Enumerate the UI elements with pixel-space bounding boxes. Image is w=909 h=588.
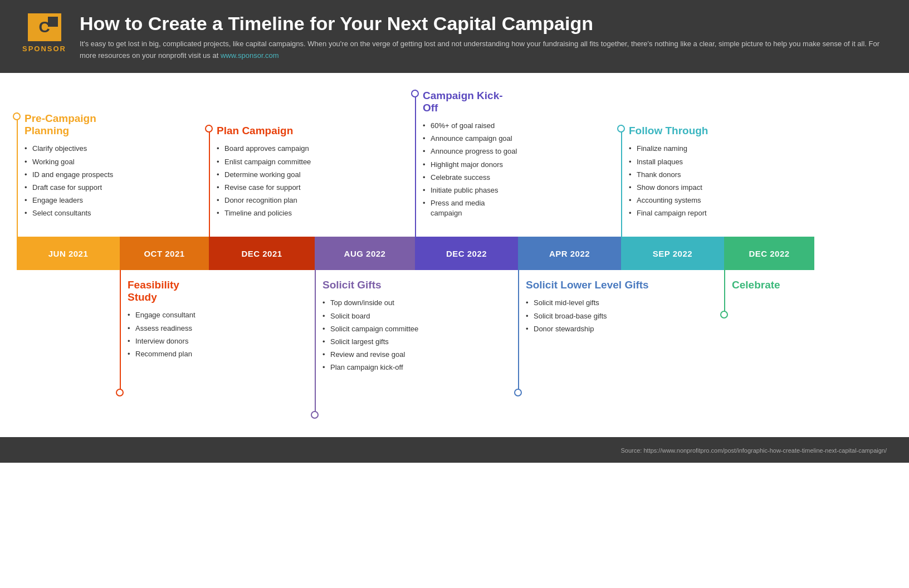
- logo-text: SPONSOR: [22, 45, 66, 53]
- list-item: Accounting systems: [629, 195, 724, 205]
- list-item: Draft case for support: [25, 183, 120, 193]
- section-solicit-gifts-title: Solicit Gifts: [322, 279, 518, 291]
- list-item: Announce progress to goal: [423, 146, 518, 156]
- list-item: Final campaign report: [629, 208, 724, 218]
- list-item: Top down/inside out: [322, 298, 518, 308]
- list-item: Determine working goal: [217, 170, 315, 180]
- logo-icon: C: [28, 13, 61, 41]
- bar-sep-2022: SEP 2022: [621, 237, 724, 270]
- bar-label-dec-2022-2: DEC 2022: [749, 249, 789, 258]
- list-item: Enlist campaign committee: [217, 157, 315, 167]
- spacer-aug: [315, 221, 415, 237]
- section-follow-through-title: Follow Through: [629, 125, 724, 137]
- list-item: 60%+ of goal raised: [423, 121, 518, 131]
- list-item: Recommend plan: [128, 349, 209, 359]
- list-item: Working goal: [25, 157, 120, 167]
- bar-label-jun-2021: JUN 2021: [48, 249, 89, 258]
- section-plan-campaign: Plan Campaign Board approves campaign En…: [209, 125, 315, 237]
- section-celebrate-title: Celebrate: [732, 279, 814, 291]
- list-item: Solicit largest gifts: [322, 337, 518, 347]
- list-item: Donor stewardship: [526, 324, 724, 334]
- list-item: Celebrate success: [423, 173, 518, 183]
- bar-aug-2022: AUG 2022: [315, 237, 415, 270]
- list-item: Assess readiness: [128, 324, 209, 334]
- section-celebrate: Celebrate: [724, 270, 814, 315]
- list-item: Select consultants: [25, 208, 120, 218]
- list-item: Donor recognition plan: [217, 195, 315, 205]
- list-item: Timeline and policies: [217, 208, 315, 218]
- list-item: Plan campaign kick-off: [322, 362, 518, 373]
- header-description: It's easy to get lost in big, complicate…: [80, 38, 887, 62]
- section-plan-campaign-list: Board approves campaign Enlist campaign …: [217, 144, 315, 218]
- footer: Source: https://www.nonprofitpro.com/pos…: [0, 437, 909, 463]
- bar-label-sep-2022: SEP 2022: [653, 249, 692, 258]
- page-title: How to Create a Timeline for Your Next C…: [80, 13, 887, 34]
- bar-label-apr-2022: APR 2022: [549, 249, 590, 258]
- list-item: Thank donors: [629, 170, 724, 180]
- bar-dec-2022-1: DEC 2022: [415, 237, 518, 270]
- list-item: Board approves campaign: [217, 144, 315, 154]
- list-item: Announce campaign goal: [423, 134, 518, 144]
- section-pre-campaign: Pre-Campaign Planning Clarify objectives…: [17, 112, 120, 237]
- header-desc-text: It's easy to get lost in big, complicate…: [80, 40, 879, 60]
- list-item: Solicit mid-level gifts: [526, 298, 724, 308]
- bottom-row: Feasibility Study Engage consultant Asse…: [17, 270, 892, 415]
- bar-jun-2021: JUN 2021: [17, 237, 120, 270]
- section-feasibility: Feasibility Study Engage consultant Asse…: [120, 270, 209, 393]
- section-feasibility-list: Engage consultant Assess readiness Inter…: [128, 310, 209, 359]
- list-item: Review and revise goal: [322, 350, 518, 360]
- bar-apr-2022: APR 2022: [518, 237, 621, 270]
- logo-letter: C: [38, 18, 50, 36]
- list-item: Show donors impact: [629, 183, 724, 193]
- bar-dec-2022-2: DEC 2022: [724, 237, 814, 270]
- list-item: Revise case for support: [217, 183, 315, 193]
- list-item: Solicit board: [322, 311, 518, 321]
- logo-block: C SPONSOR: [22, 13, 66, 53]
- section-campaign-kickoff: Campaign Kick-Off 60%+ of goal raised An…: [415, 90, 518, 237]
- list-item: Engage leaders: [25, 195, 120, 205]
- spacer-oct: [120, 221, 209, 237]
- section-kickoff-title: Campaign Kick-Off: [423, 90, 518, 114]
- section-solicit-lower-title: Solicit Lower Level Gifts: [526, 279, 724, 291]
- list-item: Install plaques: [629, 157, 724, 167]
- list-item: Initiate public phases: [423, 185, 518, 195]
- section-solicit-lower-list: Solicit mid-level gifts Solicit broad-ba…: [526, 298, 724, 334]
- section-pre-campaign-list: Clarify objectives Working goal ID and e…: [25, 144, 120, 218]
- section-follow-through-list: Finalize naming Install plaques Thank do…: [629, 144, 724, 218]
- header-content: How to Create a Timeline for Your Next C…: [80, 13, 887, 62]
- list-item: Clarify objectives: [25, 144, 120, 154]
- section-pre-campaign-title: Pre-Campaign Planning: [25, 112, 120, 137]
- section-solicit-gifts-list: Top down/inside out Solicit board Solici…: [322, 298, 518, 373]
- bar-label-aug-2022: AUG 2022: [344, 249, 386, 258]
- list-item: Solicit broad-base gifts: [526, 311, 724, 321]
- timeline-bar: JUN 2021 OCT 2021 DEC 2021 AUG 2022 DEC …: [17, 237, 892, 270]
- list-item: Solicit campaign committee: [322, 324, 518, 334]
- bar-label-dec-2022-1: DEC 2022: [446, 249, 487, 258]
- bar-dec-2021: DEC 2021: [209, 237, 315, 270]
- section-feasibility-title: Feasibility Study: [128, 279, 209, 303]
- list-item: Press and media campaign: [423, 198, 518, 218]
- list-item: Highlight major donors: [423, 160, 518, 170]
- bar-label-oct-2021: OCT 2021: [144, 249, 184, 258]
- header-link[interactable]: www.sponsor.com: [221, 51, 279, 60]
- bar-label-dec-2021: DEC 2021: [241, 249, 282, 258]
- bar-oct-2021: OCT 2021: [120, 237, 209, 270]
- list-item: ID and engage prospects: [25, 170, 120, 180]
- section-solicit-lower: Solicit Lower Level Gifts Solicit mid-le…: [518, 270, 724, 393]
- header: C SPONSOR How to Create a Timeline for Y…: [0, 0, 909, 73]
- list-item: Engage consultant: [128, 310, 209, 320]
- top-row: Pre-Campaign Planning Clarify objectives…: [17, 90, 892, 237]
- section-plan-campaign-title: Plan Campaign: [217, 125, 315, 137]
- infographic-main: Pre-Campaign Planning Clarify objectives…: [0, 73, 909, 415]
- section-kickoff-list: 60%+ of goal raised Announce campaign go…: [423, 121, 518, 219]
- list-item: Interview donors: [128, 336, 209, 346]
- list-item: Finalize naming: [629, 144, 724, 154]
- spacer-apr: [518, 221, 621, 237]
- section-solicit-gifts: Solicit Gifts Top down/inside out Solici…: [315, 270, 518, 415]
- footer-source: Source: https://www.nonprofitpro.com/pos…: [621, 447, 887, 454]
- section-follow-through: Follow Through Finalize naming Install p…: [621, 125, 724, 237]
